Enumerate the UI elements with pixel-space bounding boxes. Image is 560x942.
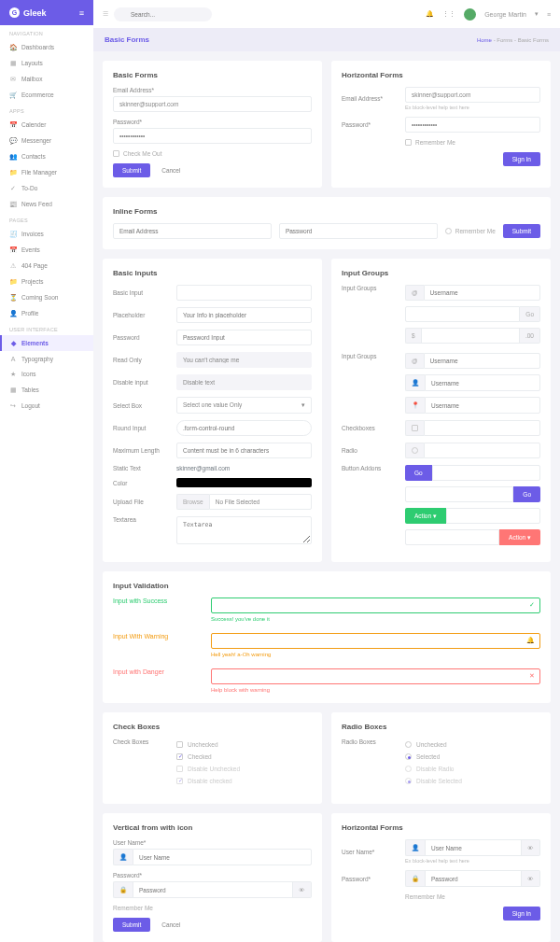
- remember-me[interactable]: Remember Me: [113, 905, 312, 911]
- action-input[interactable]: [405, 529, 499, 545]
- nav-icon: 📁: [9, 169, 17, 176]
- cancel-button[interactable]: Cancel: [152, 918, 189, 932]
- radio-addon[interactable]: [405, 443, 424, 458]
- password-input[interactable]: [113, 128, 312, 144]
- card-title: Check Boxes: [113, 723, 312, 731]
- radio-item[interactable]: Unchecked: [405, 738, 540, 751]
- username-input[interactable]: [133, 849, 312, 865]
- submit-button[interactable]: Submit: [503, 224, 540, 238]
- checkbox-item[interactable]: Unchecked: [176, 738, 312, 751]
- success-input[interactable]: [211, 598, 540, 613]
- remember-me[interactable]: Remember Me: [405, 139, 540, 146]
- username-input[interactable]: [425, 839, 522, 856]
- eye-icon[interactable]: 👁: [522, 870, 540, 887]
- checkbox-addon[interactable]: [405, 420, 424, 436]
- sidebar-item-contacts[interactable]: 👥Contacts: [0, 148, 93, 164]
- search-input[interactable]: [114, 7, 212, 21]
- password-input[interactable]: [405, 117, 540, 133]
- sidebar-item-ecommerce[interactable]: 🛒Ecommerce: [0, 87, 93, 103]
- action-dropdown[interactable]: Action ▾: [499, 529, 540, 545]
- radioboxes-card: Radio Boxes Radio Boxes Unchecked Select…: [331, 712, 551, 804]
- avatar[interactable]: [464, 8, 476, 21]
- sidebar-item-dashboards[interactable]: 🏠Dashboards: [0, 39, 93, 55]
- more-icon[interactable]: ≡: [547, 11, 551, 18]
- amount-input[interactable]: [421, 328, 520, 344]
- inline-password[interactable]: [279, 223, 438, 239]
- browse-button[interactable]: Browse: [176, 494, 209, 510]
- sidebar-item-elements[interactable]: ◆Elements: [0, 335, 93, 351]
- eye-icon[interactable]: 👁: [522, 839, 540, 856]
- brand-name: Gleek: [23, 8, 47, 18]
- radio-item[interactable]: Selected: [405, 751, 540, 763]
- placeholder-input[interactable]: [176, 307, 312, 323]
- sidebar-item-to-do[interactable]: ✓To-Do: [0, 180, 93, 196]
- radio-input[interactable]: [424, 443, 540, 458]
- sidebar-item-profile[interactable]: 👤Profile: [0, 305, 93, 321]
- bell-icon: 🔔: [526, 637, 535, 644]
- user-dropdown-icon[interactable]: ▾: [535, 10, 539, 18]
- remember-me[interactable]: Remember Me: [445, 228, 496, 234]
- signin-button[interactable]: Sign In: [503, 907, 540, 921]
- warning-input[interactable]: [211, 633, 540, 649]
- nav-section-header: PAGES: [0, 212, 93, 226]
- signin-button[interactable]: Sign In: [503, 152, 540, 166]
- button-addon-input[interactable]: [405, 486, 513, 502]
- inline-email[interactable]: [113, 223, 272, 239]
- check-me-out[interactable]: Check Me Out: [113, 150, 312, 157]
- sidebar-item-events[interactable]: 📅Events: [0, 242, 93, 258]
- eye-icon[interactable]: 👁: [293, 881, 312, 898]
- sidebar-item-messenger[interactable]: 💬Messenger: [0, 133, 93, 148]
- select-box[interactable]: Select one value Only▾: [176, 397, 312, 414]
- username-input[interactable]: [425, 374, 540, 391]
- cents-addon: .00: [520, 328, 540, 344]
- submit-button[interactable]: Submit: [113, 163, 150, 177]
- password-input[interactable]: [176, 330, 312, 345]
- menu-icon[interactable]: ☰: [103, 10, 108, 18]
- go-input[interactable]: [405, 306, 520, 322]
- sidebar-item-typography[interactable]: ATypography: [0, 351, 93, 366]
- sidebar-item-file-manager[interactable]: 📁File Manager: [0, 164, 93, 180]
- basic-input[interactable]: [176, 285, 312, 301]
- round-input[interactable]: [176, 420, 312, 436]
- notification-icon[interactable]: 🔔: [426, 10, 434, 18]
- sidebar-item-icons[interactable]: ★Icons: [0, 366, 93, 382]
- logo[interactable]: GGleek ≡: [0, 0, 93, 25]
- email-input[interactable]: [405, 87, 540, 103]
- card-title: Horizontal Forms: [342, 71, 540, 79]
- sidebar-item-news-feed[interactable]: 📰News Feed: [0, 196, 93, 212]
- action-input[interactable]: [446, 508, 540, 524]
- checkboxes-card: Check Boxes Check Boxes Unchecked Checke…: [103, 712, 322, 804]
- sidebar-item-calender[interactable]: 📅Calender: [0, 117, 93, 133]
- submit-button[interactable]: Submit: [113, 918, 150, 932]
- menu-toggle-icon[interactable]: ≡: [79, 8, 84, 18]
- password-input[interactable]: [133, 881, 293, 898]
- validation-card: Input Validation Input with Success ✓Suc…: [103, 571, 551, 703]
- email-input[interactable]: [113, 96, 312, 112]
- cancel-button[interactable]: Cancel: [152, 163, 189, 177]
- checkbox-input[interactable]: [424, 420, 540, 436]
- danger-input[interactable]: [211, 668, 540, 684]
- sidebar-item-projects[interactable]: 📁Projects: [0, 274, 93, 289]
- textarea-input[interactable]: [176, 516, 312, 544]
- color-input[interactable]: [176, 478, 312, 487]
- maxlength-input[interactable]: [176, 443, 312, 458]
- apps-icon[interactable]: ⋮⋮: [442, 10, 455, 18]
- sidebar-item-coming-soon[interactable]: ⏳Coming Soon: [0, 289, 93, 305]
- sidebar-item-mailbox[interactable]: ✉Mailbox: [0, 71, 93, 87]
- sidebar-item-404-page[interactable]: ⚠404 Page: [0, 258, 93, 274]
- button-addon-input[interactable]: [432, 465, 540, 481]
- action-dropdown[interactable]: Action ▾: [405, 508, 446, 524]
- sidebar-item-invoices[interactable]: 🧾Invoices: [0, 226, 93, 242]
- checkbox-item[interactable]: Checked: [176, 751, 312, 763]
- username-input[interactable]: [425, 397, 540, 414]
- sidebar-item-layouts[interactable]: ▦Layouts: [0, 55, 93, 71]
- go-button[interactable]: Go: [513, 486, 540, 502]
- remember-me[interactable]: Remember Me: [405, 893, 540, 900]
- go-button[interactable]: Go: [405, 465, 432, 481]
- username-input[interactable]: [424, 285, 540, 301]
- password-input[interactable]: [425, 870, 522, 887]
- sidebar-item-tables[interactable]: ▦Tables: [0, 382, 93, 398]
- username-input[interactable]: [424, 353, 540, 369]
- breadcrumb-home[interactable]: Home: [477, 37, 492, 43]
- sidebar-item-logout[interactable]: ↪Logout: [0, 398, 93, 414]
